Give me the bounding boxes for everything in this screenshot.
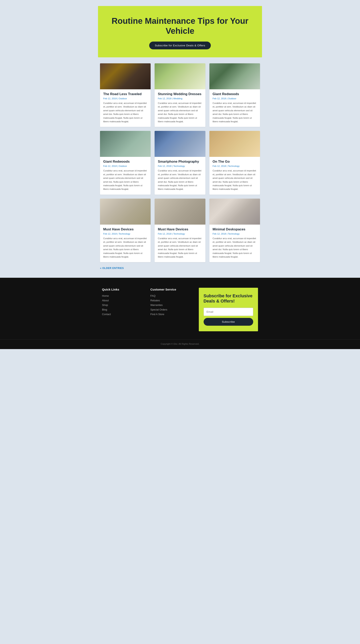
- quick-link-item[interactable]: About: [102, 299, 144, 302]
- blog-card-body: Smartphone Photography Feb 12, 2018 | Te…: [155, 157, 205, 194]
- customer-service-link-item[interactable]: Find A Store: [150, 313, 193, 316]
- blog-card: Giant Redwoods Feb 12, 2018 | Outdoor Cu…: [100, 131, 151, 194]
- quick-link-item[interactable]: Shop: [102, 304, 144, 306]
- blog-card-image: [209, 63, 260, 89]
- blog-card-meta: Feb 12, 2018 | Outdoor: [103, 165, 147, 167]
- subscribe-button[interactable]: Subscribe: [204, 318, 253, 326]
- blog-card-meta: Feb 12, 2018 | Technology: [158, 165, 202, 167]
- blog-card-meta: Feb 12, 2018 | Technology: [103, 232, 147, 235]
- footer-quick-links: Quick Links HomeAboutShopBlogContact: [102, 288, 144, 331]
- quick-link-item[interactable]: Contact: [102, 313, 144, 316]
- blog-card: The Road Less Traveled Feb 12, 2018 | Ou…: [100, 63, 151, 127]
- customer-service-link-item[interactable]: Special Orders: [150, 308, 193, 311]
- pagination: « OLDER ENTRIES: [98, 266, 262, 270]
- blog-card-text: Curabitur arcu erat, accumsan id imperdi…: [103, 101, 147, 124]
- blog-card-text: Curabitur arcu erat, accumsan id imperdi…: [213, 101, 257, 124]
- blog-card-image: [209, 198, 260, 224]
- customer-service-link-item[interactable]: Warranties: [150, 304, 193, 306]
- blog-card: Smartphone Photography Feb 12, 2018 | Te…: [155, 131, 205, 194]
- blog-card-image: [100, 131, 151, 157]
- blog-card-body: The Road Less Traveled Feb 12, 2018 | Ou…: [100, 89, 151, 127]
- blog-card-image: [155, 131, 205, 157]
- blog-card-text: Curabitur arcu erat, accumsan id imperdi…: [213, 169, 257, 191]
- blog-card-title: Giant Redwoods: [213, 92, 257, 96]
- blog-card-title: Smartphone Photography: [158, 160, 202, 164]
- blog-card-text: Curabitur arcu erat, accumsan id imperdi…: [158, 236, 202, 259]
- blog-grid: The Road Less Traveled Feb 12, 2018 | Ou…: [98, 63, 262, 262]
- blog-card: Stunning Wedding Dresses Feb 12, 2018 | …: [155, 63, 205, 127]
- blog-card: Must Have Devices Feb 12, 2018 | Technol…: [100, 198, 151, 262]
- hero-title: Routine Maintenance Tips for Your Vehicl…: [106, 16, 254, 36]
- blog-card-image: [100, 198, 151, 224]
- footer-customer-service: Customer Service FAQRebatesWarrantiesSpe…: [150, 288, 193, 331]
- footer: Quick Links HomeAboutShopBlogContact Cus…: [0, 278, 360, 349]
- blog-card-title: Stunning Wedding Dresses: [158, 92, 202, 96]
- blog-card-title: On The Go: [213, 160, 257, 164]
- customer-service-title: Customer Service: [150, 288, 193, 291]
- blog-card-title: Minimal Deskspaces: [213, 228, 257, 232]
- blog-card-meta: Feb 12, 2018 | Outdoor: [103, 97, 147, 100]
- blog-card-body: Giant Redwoods Feb 12, 2018 | Outdoor Cu…: [209, 89, 260, 127]
- blog-card-title: Giant Redwoods: [103, 160, 147, 164]
- blog-card: On The Go Feb 12, 2018 | Technology Cura…: [209, 131, 260, 194]
- subscribe-title: Subscribe for Exclusive Deals & Offers!: [204, 293, 253, 304]
- older-entries-link[interactable]: « OLDER ENTRIES: [100, 267, 124, 270]
- blog-card-image: [155, 63, 205, 89]
- customer-service-link-item[interactable]: Rebates: [150, 299, 193, 302]
- blog-card: Minimal Deskspaces Feb 12, 2018 | Techno…: [209, 198, 260, 262]
- blog-card-body: Must Have Devices Feb 12, 2018 | Technol…: [155, 224, 205, 262]
- footer-subscribe-box: Subscribe for Exclusive Deals & Offers! …: [199, 288, 258, 331]
- blog-card-image: [155, 198, 205, 224]
- blog-card-title: Must Have Devices: [158, 228, 202, 232]
- blog-card-text: Curabitur arcu erat, accumsan id imperdi…: [213, 236, 257, 259]
- customer-service-link-item[interactable]: FAQ: [150, 294, 193, 297]
- blog-card-body: Minimal Deskspaces Feb 12, 2018 | Techno…: [209, 224, 260, 262]
- blog-card-body: Giant Redwoods Feb 12, 2018 | Outdoor Cu…: [100, 157, 151, 194]
- hero-section: Routine Maintenance Tips for Your Vehicl…: [98, 6, 262, 57]
- blog-card-image: [100, 63, 151, 89]
- footer-inner: Quick Links HomeAboutShopBlogContact Cus…: [98, 288, 262, 339]
- blog-card-title: Must Have Devices: [103, 228, 147, 232]
- blog-card-body: On The Go Feb 12, 2018 | Technology Cura…: [209, 157, 260, 194]
- quick-link-item[interactable]: Home: [102, 294, 144, 297]
- quick-link-item[interactable]: Blog: [102, 308, 144, 311]
- blog-card-body: Stunning Wedding Dresses Feb 12, 2018 | …: [155, 89, 205, 127]
- blog-card: Giant Redwoods Feb 12, 2018 | Outdoor Cu…: [209, 63, 260, 127]
- blog-card-meta: Feb 12, 2018 | Outdoor: [213, 97, 257, 100]
- blog-card-meta: Feb 12, 2018 | Technology: [213, 165, 257, 167]
- hero-cta-button[interactable]: Subscribe for Exclusive Deals & Offers: [149, 42, 211, 49]
- blog-card-meta: Feb 12, 2018 | Technology: [213, 232, 257, 235]
- footer-copyright: Copyright © Divi. All Rights Reserved.: [0, 339, 360, 345]
- blog-card-text: Curabitur arcu erat, accumsan id imperdi…: [158, 101, 202, 124]
- blog-card-meta: Feb 12, 2018 | Technology: [158, 232, 202, 235]
- blog-card-image: [209, 131, 260, 157]
- blog-card-title: The Road Less Traveled: [103, 92, 147, 96]
- blog-card-text: Curabitur arcu erat, accumsan id imperdi…: [103, 236, 147, 259]
- blog-card-meta: Feb 12, 2018 | Wedding: [158, 97, 202, 100]
- email-input[interactable]: [204, 308, 253, 316]
- quick-links-title: Quick Links: [102, 288, 144, 291]
- blog-card-body: Must Have Devices Feb 12, 2018 | Technol…: [100, 224, 151, 262]
- blog-card-text: Curabitur arcu erat, accumsan id imperdi…: [103, 169, 147, 191]
- blog-card: Must Have Devices Feb 12, 2018 | Technol…: [155, 198, 205, 262]
- blog-card-text: Curabitur arcu erat, accumsan id imperdi…: [158, 169, 202, 191]
